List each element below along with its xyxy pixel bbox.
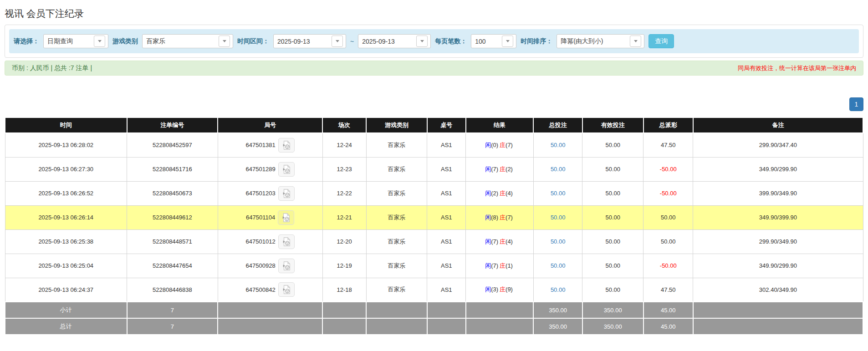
subtotal-row: 小计 7 350.00 350.00 45.00 [5,302,863,318]
payout-cell: 50.00 [643,205,693,229]
sort-order-label: 时间排序： [521,37,552,46]
video-replay-button[interactable] [278,138,295,153]
search-button[interactable]: 查询 [648,34,674,48]
valid-bet-cell: 50.00 [582,254,643,278]
header-valid-bet: 有效投注 [582,117,643,133]
valid-bet-cell: 50.00 [582,157,643,181]
banker-score: (4) [505,190,513,197]
table-no-cell: AS1 [427,254,466,278]
banker-result-label: 庄 [500,262,505,269]
total-bet-cell: 50.00 [533,278,582,302]
video-replay-button[interactable] [278,282,295,297]
total-bet-link[interactable]: 50.00 [551,238,566,245]
page-title: 视讯 会员下注纪录 [5,0,863,25]
bet-id-cell: 522808452597 [127,133,218,157]
select-mode-label: 请选择： [14,37,39,46]
table-row[interactable]: 2025-09-13 06:26:14 522808449612 6475011… [5,205,863,229]
banker-result-label: 庄 [500,190,505,197]
banker-score: (2) [505,166,513,173]
chevron-down-icon[interactable] [502,36,513,47]
filter-panel: 请选择： 游戏类别 时间区间： ~ 每页笔数： [5,25,863,58]
valid-bet-cell: 50.00 [582,133,643,157]
page-size-value[interactable] [472,36,502,47]
round-id-cell: 647500928 [218,254,322,278]
total-bet-link[interactable]: 50.00 [551,166,566,173]
video-replay-button[interactable] [278,259,295,273]
table-row[interactable]: 2025-09-13 06:25:38 522808448571 6475010… [5,229,863,254]
video-replay-icon [281,140,291,150]
subtotal-total-bet: 350.00 [533,302,582,318]
game-type-value[interactable] [143,36,219,47]
chevron-down-icon[interactable] [332,36,343,47]
grand-total-count: 7 [127,318,218,335]
bet-id-cell: 522808451716 [127,157,218,181]
payout-cell: -50.00 [643,254,693,278]
grand-total-total-bet: 350.00 [533,318,582,335]
banker-result-label: 庄 [500,166,505,173]
round-id-cell: 647501104 [218,205,322,229]
game-type-select[interactable] [142,34,233,48]
query-mode-value[interactable] [45,36,94,47]
page-size-select[interactable] [471,34,516,48]
time-cell: 2025-09-13 06:28:02 [5,133,127,157]
grand-total-label: 总计 [5,318,127,335]
total-bet-link[interactable]: 50.00 [551,190,566,197]
time-cell: 2025-09-13 06:26:14 [5,205,127,229]
video-replay-button[interactable] [278,162,295,177]
total-bet-link[interactable]: 50.00 [551,286,566,293]
date-to-value[interactable] [359,36,416,47]
table-row[interactable]: 2025-09-13 06:28:02 522808452597 6475013… [5,133,863,157]
sort-order-value[interactable] [558,36,630,47]
date-range-label: 时间区间： [237,37,269,46]
time-cell: 2025-09-13 06:27:30 [5,157,127,181]
table-header: 时间 注单编号 局号 场次 游戏类别 桌号 结果 总投注 有效投注 总派彩 备注 [5,117,863,133]
banker-result-label: 庄 [500,238,505,245]
date-from-select[interactable] [273,34,346,48]
table-row[interactable]: 2025-09-13 06:24:37 522808446838 6475008… [5,278,863,302]
remark-cell: 299.90/347.40 [693,133,863,157]
table-row[interactable]: 2025-09-13 06:25:04 522808447654 6475009… [5,254,863,278]
total-bet-cell: 50.00 [533,254,582,278]
game-type-cell: 百家乐 [366,181,427,205]
remark-cell: 349.90/299.90 [693,157,863,181]
session-cell: 12-21 [322,205,366,229]
date-from-value[interactable] [275,36,332,47]
video-replay-icon [281,188,291,198]
game-type-cell: 百家乐 [366,133,427,157]
grand-total-valid-bet: 350.00 [582,318,643,335]
date-to-select[interactable] [358,34,431,48]
total-bet-link[interactable]: 50.00 [551,142,566,148]
table-row[interactable]: 2025-09-13 06:26:52 522808450673 6475012… [5,181,863,205]
table-body: 2025-09-13 06:28:02 522808452597 6475013… [5,133,863,302]
banker-score: (1) [505,262,513,269]
header-payout: 总派彩 [643,117,693,133]
table-row[interactable]: 2025-09-13 06:27:30 522808451716 6475012… [5,157,863,181]
time-cell: 2025-09-13 06:25:04 [5,254,127,278]
video-replay-button[interactable] [278,186,295,201]
round-id-cell: 647500842 [218,278,322,302]
video-replay-button[interactable] [278,210,294,225]
payout-cell: 47.50 [643,278,693,302]
chevron-down-icon[interactable] [219,36,230,47]
table-no-cell: AS1 [427,229,466,254]
query-mode-select[interactable] [43,34,108,48]
bet-id-cell: 522808448571 [127,229,218,254]
video-replay-button[interactable] [278,234,295,249]
page-size-label: 每页笔数： [435,37,467,46]
total-bet-link[interactable]: 50.00 [551,214,566,221]
player-result-label: 闲 [485,286,491,293]
chevron-down-icon[interactable] [630,36,641,47]
bet-id-cell: 522808450673 [127,181,218,205]
chevron-down-icon[interactable] [94,36,105,47]
result-cell: 闲(8)庄(7) [466,205,534,229]
banker-score: (4) [505,238,513,245]
table-no-cell: AS1 [427,181,466,205]
sort-order-select[interactable] [557,34,644,48]
page-number-button[interactable]: 1 [849,97,863,111]
video-replay-icon [281,237,291,247]
header-round-id: 局号 [218,117,322,133]
total-bet-link[interactable]: 50.00 [551,262,566,269]
chevron-down-icon[interactable] [416,36,428,47]
game-type-cell: 百家乐 [366,157,427,181]
video-replay-icon [281,261,291,271]
